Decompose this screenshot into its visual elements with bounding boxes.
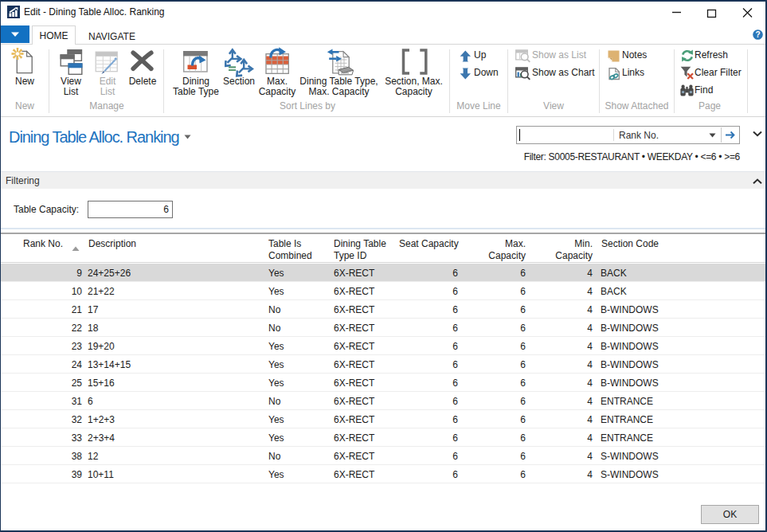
svg-text:?: ? [755, 30, 760, 39]
